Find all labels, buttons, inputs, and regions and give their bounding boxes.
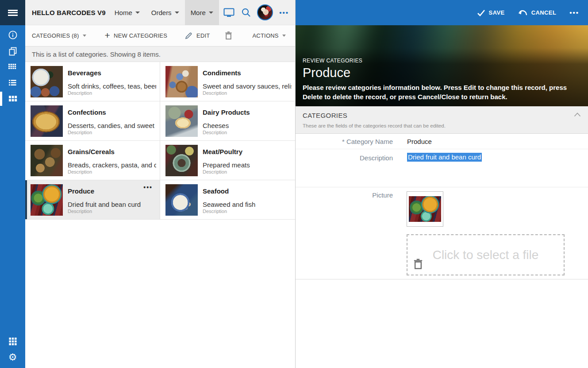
chevron-down-icon: [282, 35, 286, 37]
nav-rail: ⚙: [0, 0, 25, 368]
category-field-caption: Description: [68, 130, 156, 135]
category-description: Soft drinks, coffees, teas, beers, and a…: [68, 82, 156, 90]
category-card[interactable]: Seafood Seaweed and fish Description: [160, 180, 295, 220]
edit-button[interactable]: EDIT: [179, 25, 216, 46]
category-field-caption: Description: [203, 209, 292, 214]
menu-more[interactable]: More: [185, 0, 219, 25]
category-card[interactable]: Meat/Poultry Prepared meats Description: [160, 141, 295, 180]
picture-thumbnail-frame[interactable]: [407, 191, 443, 227]
ellipsis-icon: •••: [143, 184, 153, 191]
category-description: Dried fruit and bean curd: [68, 201, 156, 208]
category-name: Confections: [68, 108, 156, 116]
pencil-icon: [185, 32, 192, 39]
category-photo: [165, 105, 198, 137]
new-categories-button[interactable]: + NEW CATEGORIES: [99, 25, 173, 46]
app-window: ⚙ HELLO BARCODES V9 Home Orders More: [0, 0, 588, 368]
picture-thumbnail: [409, 196, 441, 222]
list-summary-bar: This is a list of categories. Showing 8 …: [25, 46, 295, 62]
description-label: Description: [296, 153, 393, 187]
category-photo: [31, 184, 63, 216]
hamburger-icon: [8, 8, 18, 17]
check-icon: [477, 9, 485, 16]
list-panel: HELLO BARCODES V9 Home Orders More •••: [25, 0, 295, 368]
category-description: Prepared meats: [203, 161, 292, 169]
description-value-selected-text[interactable]: Dried fruit and bean curd: [407, 153, 482, 162]
delete-button[interactable]: [219, 25, 242, 46]
detail-panel: SAVE CANCEL ••• REVIEW CATEGORIES Produc…: [295, 0, 588, 368]
info-icon: [8, 30, 18, 40]
category-card[interactable]: Beverages Soft drinks, coffees, teas, be…: [25, 62, 160, 101]
category-card[interactable]: Grains/Cereals Breads, crackers, pasta, …: [25, 141, 160, 180]
hero-description: Please review categories information bel…: [303, 83, 582, 102]
category-name: Produce: [68, 187, 156, 195]
rail-item-apps[interactable]: [0, 333, 25, 349]
view-selector-dropdown[interactable]: CATEGORIES (8): [32, 25, 92, 46]
category-name: Seafood: [203, 187, 292, 195]
section-subtitle: These are the fields of the categories r…: [303, 123, 581, 128]
save-button[interactable]: SAVE: [477, 9, 505, 16]
undo-arrow-icon: [518, 9, 528, 16]
category-card[interactable]: Confections Desserts, candies, and sweet…: [25, 101, 160, 141]
card-context-menu-button[interactable]: •••: [143, 184, 153, 191]
gear-icon: ⚙: [8, 353, 17, 362]
category-card[interactable]: Condiments Sweet and savory sauces, reli…: [160, 62, 295, 101]
category-photo: [165, 66, 198, 97]
category-field-caption: Description: [203, 130, 292, 135]
category-description: Cheeses: [203, 122, 292, 129]
category-photo: [165, 145, 198, 176]
category-description: Desserts, candies, and sweet breads: [68, 122, 156, 129]
cancel-button[interactable]: CANCEL: [518, 9, 557, 16]
hamburger-menu-button[interactable]: [0, 0, 25, 25]
menu-orders[interactable]: Orders: [146, 0, 185, 25]
apps-grid-icon: [8, 337, 18, 346]
form-action-bar: SAVE CANCEL •••: [296, 0, 588, 25]
menu-home[interactable]: Home: [109, 0, 146, 25]
rail-item-settings[interactable]: ⚙: [0, 349, 25, 365]
chevron-down-icon: [135, 12, 140, 14]
trash-icon[interactable]: [413, 259, 423, 270]
category-card[interactable]: Produce Dried fruit and bean curd Descri…: [25, 180, 160, 220]
category-field-caption: Description: [68, 90, 156, 96]
ellipsis-icon: •••: [279, 9, 289, 16]
display-mode-button[interactable]: [223, 7, 235, 18]
rail-item-cards-view[interactable]: [0, 91, 25, 107]
category-description: Breads, crackers, pasta, and cereal: [68, 161, 156, 169]
category-description: Sweet and savory sauces, relishes, sprea…: [203, 82, 292, 90]
category-photo: [31, 66, 63, 97]
app-title: HELLO BARCODES V9: [32, 9, 106, 16]
user-avatar[interactable]: [257, 4, 273, 20]
search-button[interactable]: [241, 8, 251, 17]
form-empty-area: [296, 279, 588, 368]
detail-hero: REVIEW CATEGORIES Produce Please review …: [296, 25, 588, 106]
field-row-category-name: * Category Name Produce: [296, 134, 588, 149]
chevron-up-icon[interactable]: [574, 112, 581, 117]
category-name: Condiments: [203, 69, 292, 77]
category-name: Dairy Products: [203, 108, 292, 116]
categories-grid: Beverages Soft drinks, coffees, teas, be…: [25, 62, 295, 220]
category-name-value[interactable]: Produce: [407, 138, 432, 145]
field-row-picture: Picture Click to select a file: [296, 187, 588, 279]
category-name: Meat/Poultry: [203, 148, 292, 155]
section-title: CATEGORIES: [303, 112, 581, 119]
category-name: Grains/Cereals: [68, 148, 156, 155]
form-more-options-button[interactable]: •••: [569, 9, 579, 16]
category-field-caption: Description: [203, 169, 292, 174]
search-icon: [241, 8, 251, 17]
rail-item-about[interactable]: [0, 27, 25, 43]
category-name: Beverages: [68, 69, 156, 77]
file-dropzone[interactable]: Click to select a file: [407, 234, 565, 275]
category-field-caption: Description: [68, 169, 156, 174]
form-section-header[interactable]: CATEGORIES These are the fields of the c…: [296, 106, 588, 134]
dropzone-label: Click to select a file: [433, 248, 539, 262]
chevron-down-icon: [83, 35, 86, 37]
category-field-caption: Description: [203, 90, 292, 96]
list-empty-area: [25, 220, 295, 368]
rail-item-list-view[interactable]: [0, 75, 25, 91]
rail-item-pages[interactable]: [0, 43, 25, 59]
ellipsis-icon: •••: [569, 9, 579, 16]
more-options-button[interactable]: •••: [279, 9, 289, 16]
rail-item-table-view[interactable]: [0, 59, 25, 75]
category-photo: [31, 105, 63, 137]
category-card[interactable]: Dairy Products Cheeses Description: [160, 101, 295, 141]
actions-dropdown[interactable]: ACTIONS: [246, 25, 292, 46]
